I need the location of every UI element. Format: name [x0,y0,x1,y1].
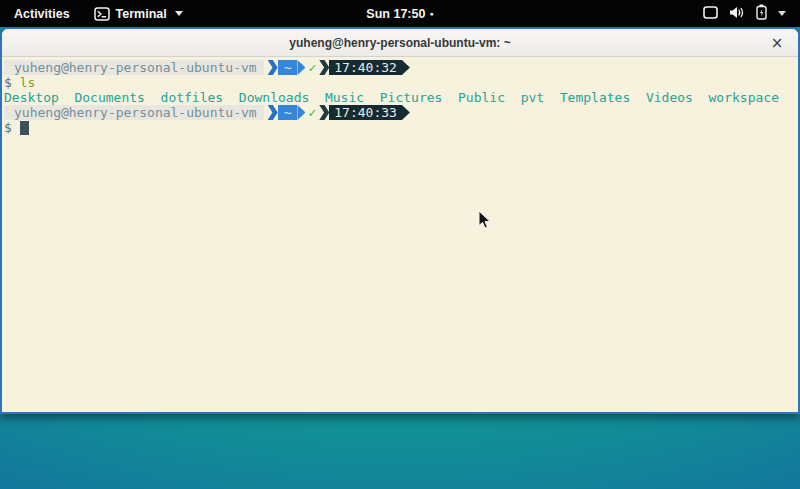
dir-entry: workspace [709,90,779,105]
powerline-tip-icon [297,60,305,75]
activities-button[interactable]: Activities [0,0,84,27]
powerline-chevron-icon [319,60,329,75]
screen-icon [703,6,718,22]
app-menu-caret-icon [175,11,183,16]
dir-entry: pvt [521,90,544,105]
volume-icon [729,6,745,22]
prompt-line: yuheng@henry-personal-ubuntu-vm ~ ✓ 17:4… [4,105,798,120]
notification-dot-icon: ● [429,10,433,17]
terminal-app-icon [94,7,110,21]
text-cursor [20,121,29,135]
prompt-char: $ [4,120,12,135]
command-text: ls [20,75,36,90]
powerline-tip-icon [402,60,410,75]
dir-entry: Desktop [4,90,59,105]
dir-entry: Downloads [239,90,309,105]
dir-entry: Templates [560,90,630,105]
terminal-window: yuheng@henry-personal-ubuntu-vm: ~ × yuh… [0,27,800,414]
system-status-menu[interactable] [697,0,792,27]
command-line: $ ls [4,75,798,90]
prompt-char: $ [4,75,12,90]
prompt-time: 17:40:32 [329,60,402,75]
close-icon[interactable]: × [766,29,788,56]
status-check-icon: ✓ [305,105,319,120]
prompt-cwd: ~ [278,60,298,75]
clock-button[interactable]: Sun 17:50 ● [366,7,433,21]
app-menu-terminal[interactable]: Terminal [84,0,193,27]
prompt-line: yuheng@henry-personal-ubuntu-vm ~ ✓ 17:4… [4,60,798,75]
dir-entry: Videos [646,90,693,105]
prompt-time: 17:40:33 [329,105,402,120]
powerline-chevron-icon [268,105,278,120]
system-menu-chevron-icon [778,11,786,16]
dir-entry: Pictures [380,90,443,105]
input-line: $ [4,120,798,135]
dir-entry: Public [458,90,505,105]
dir-entry: Documents [74,90,144,105]
terminal-body[interactable]: yuheng@henry-personal-ubuntu-vm ~ ✓ 17:4… [2,57,798,412]
powerline-chevron-icon [319,105,329,120]
window-title: yuheng@henry-personal-ubuntu-vm: ~ [289,36,510,50]
powerline-tip-icon [402,105,410,120]
dir-entry: dotfiles [161,90,224,105]
prompt-user-host: yuheng@henry-personal-ubuntu-vm [4,60,264,75]
status-check-icon: ✓ [305,60,319,75]
powerline-tip-icon [297,105,305,120]
directory-list: Desktop Documents dotfiles Downloads Mus… [4,90,798,105]
prompt-user-host: yuheng@henry-personal-ubuntu-vm [4,105,264,120]
gnome-top-bar: Activities Terminal Sun 17:50 ● [0,0,800,27]
powerline-chevron-icon [268,60,278,75]
app-menu-label: Terminal [116,7,167,21]
dir-entry: Music [325,90,364,105]
battery-charging-icon [756,4,767,23]
prompt-cwd: ~ [278,105,298,120]
window-titlebar[interactable]: yuheng@henry-personal-ubuntu-vm: ~ × [2,29,798,57]
activities-label: Activities [14,7,70,21]
clock-label: Sun 17:50 [366,7,425,21]
